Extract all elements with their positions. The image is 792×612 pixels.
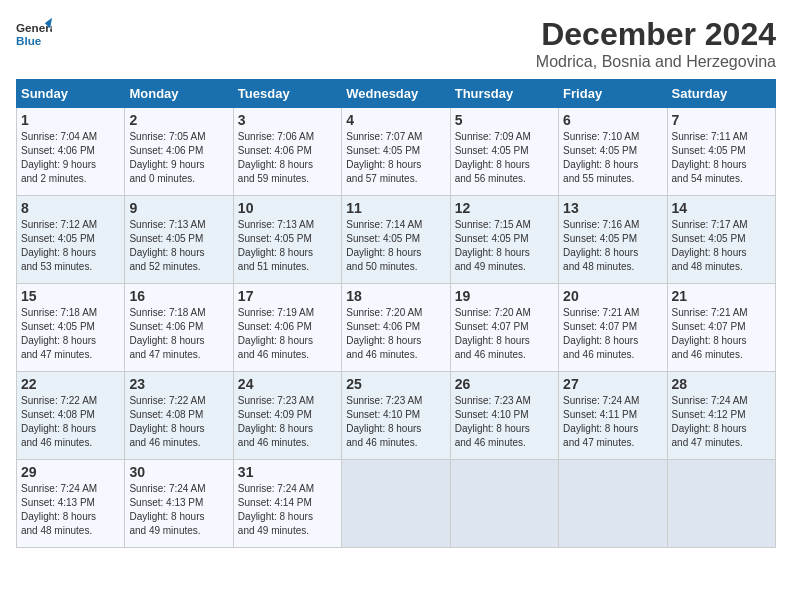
calendar-cell: 28Sunrise: 7:24 AM Sunset: 4:12 PM Dayli… bbox=[667, 372, 775, 460]
day-number: 15 bbox=[21, 288, 120, 304]
page-header: General Blue December 2024 Modrica, Bosn… bbox=[16, 16, 776, 71]
calendar-cell: 22Sunrise: 7:22 AM Sunset: 4:08 PM Dayli… bbox=[17, 372, 125, 460]
header-day-tuesday: Tuesday bbox=[233, 80, 341, 108]
calendar-cell: 11Sunrise: 7:14 AM Sunset: 4:05 PM Dayli… bbox=[342, 196, 450, 284]
day-number: 14 bbox=[672, 200, 771, 216]
day-info: Sunrise: 7:21 AM Sunset: 4:07 PM Dayligh… bbox=[563, 306, 662, 362]
day-number: 1 bbox=[21, 112, 120, 128]
day-info: Sunrise: 7:19 AM Sunset: 4:06 PM Dayligh… bbox=[238, 306, 337, 362]
day-info: Sunrise: 7:12 AM Sunset: 4:05 PM Dayligh… bbox=[21, 218, 120, 274]
day-info: Sunrise: 7:18 AM Sunset: 4:06 PM Dayligh… bbox=[129, 306, 228, 362]
day-number: 5 bbox=[455, 112, 554, 128]
svg-text:Blue: Blue bbox=[16, 34, 42, 47]
title-area: December 2024 Modrica, Bosnia and Herzeg… bbox=[536, 16, 776, 71]
day-info: Sunrise: 7:24 AM Sunset: 4:12 PM Dayligh… bbox=[672, 394, 771, 450]
calendar-cell: 7Sunrise: 7:11 AM Sunset: 4:05 PM Daylig… bbox=[667, 108, 775, 196]
day-number: 22 bbox=[21, 376, 120, 392]
calendar-week-row: 1Sunrise: 7:04 AM Sunset: 4:06 PM Daylig… bbox=[17, 108, 776, 196]
day-info: Sunrise: 7:13 AM Sunset: 4:05 PM Dayligh… bbox=[129, 218, 228, 274]
day-info: Sunrise: 7:21 AM Sunset: 4:07 PM Dayligh… bbox=[672, 306, 771, 362]
day-info: Sunrise: 7:17 AM Sunset: 4:05 PM Dayligh… bbox=[672, 218, 771, 274]
day-info: Sunrise: 7:16 AM Sunset: 4:05 PM Dayligh… bbox=[563, 218, 662, 274]
calendar-week-row: 8Sunrise: 7:12 AM Sunset: 4:05 PM Daylig… bbox=[17, 196, 776, 284]
header-day-wednesday: Wednesday bbox=[342, 80, 450, 108]
calendar-cell: 30Sunrise: 7:24 AM Sunset: 4:13 PM Dayli… bbox=[125, 460, 233, 548]
calendar-cell: 2Sunrise: 7:05 AM Sunset: 4:06 PM Daylig… bbox=[125, 108, 233, 196]
calendar-cell: 6Sunrise: 7:10 AM Sunset: 4:05 PM Daylig… bbox=[559, 108, 667, 196]
day-number: 17 bbox=[238, 288, 337, 304]
day-number: 30 bbox=[129, 464, 228, 480]
calendar-cell bbox=[559, 460, 667, 548]
day-info: Sunrise: 7:24 AM Sunset: 4:11 PM Dayligh… bbox=[563, 394, 662, 450]
calendar-week-row: 29Sunrise: 7:24 AM Sunset: 4:13 PM Dayli… bbox=[17, 460, 776, 548]
calendar-cell: 15Sunrise: 7:18 AM Sunset: 4:05 PM Dayli… bbox=[17, 284, 125, 372]
day-info: Sunrise: 7:23 AM Sunset: 4:09 PM Dayligh… bbox=[238, 394, 337, 450]
calendar-cell: 10Sunrise: 7:13 AM Sunset: 4:05 PM Dayli… bbox=[233, 196, 341, 284]
day-number: 31 bbox=[238, 464, 337, 480]
header-day-sunday: Sunday bbox=[17, 80, 125, 108]
calendar-cell: 19Sunrise: 7:20 AM Sunset: 4:07 PM Dayli… bbox=[450, 284, 558, 372]
day-number: 2 bbox=[129, 112, 228, 128]
calendar-cell: 12Sunrise: 7:15 AM Sunset: 4:05 PM Dayli… bbox=[450, 196, 558, 284]
calendar-cell bbox=[342, 460, 450, 548]
day-info: Sunrise: 7:13 AM Sunset: 4:05 PM Dayligh… bbox=[238, 218, 337, 274]
calendar-cell: 18Sunrise: 7:20 AM Sunset: 4:06 PM Dayli… bbox=[342, 284, 450, 372]
calendar-cell: 8Sunrise: 7:12 AM Sunset: 4:05 PM Daylig… bbox=[17, 196, 125, 284]
day-info: Sunrise: 7:20 AM Sunset: 4:07 PM Dayligh… bbox=[455, 306, 554, 362]
day-info: Sunrise: 7:04 AM Sunset: 4:06 PM Dayligh… bbox=[21, 130, 120, 186]
day-number: 9 bbox=[129, 200, 228, 216]
calendar-cell: 31Sunrise: 7:24 AM Sunset: 4:14 PM Dayli… bbox=[233, 460, 341, 548]
day-number: 25 bbox=[346, 376, 445, 392]
calendar-cell: 24Sunrise: 7:23 AM Sunset: 4:09 PM Dayli… bbox=[233, 372, 341, 460]
day-number: 29 bbox=[21, 464, 120, 480]
day-info: Sunrise: 7:06 AM Sunset: 4:06 PM Dayligh… bbox=[238, 130, 337, 186]
day-info: Sunrise: 7:24 AM Sunset: 4:13 PM Dayligh… bbox=[129, 482, 228, 538]
day-number: 6 bbox=[563, 112, 662, 128]
logo: General Blue bbox=[16, 16, 52, 52]
calendar-cell: 9Sunrise: 7:13 AM Sunset: 4:05 PM Daylig… bbox=[125, 196, 233, 284]
calendar-cell: 26Sunrise: 7:23 AM Sunset: 4:10 PM Dayli… bbox=[450, 372, 558, 460]
calendar-week-row: 22Sunrise: 7:22 AM Sunset: 4:08 PM Dayli… bbox=[17, 372, 776, 460]
calendar-table: SundayMondayTuesdayWednesdayThursdayFrid… bbox=[16, 79, 776, 548]
day-info: Sunrise: 7:24 AM Sunset: 4:14 PM Dayligh… bbox=[238, 482, 337, 538]
day-number: 3 bbox=[238, 112, 337, 128]
calendar-cell bbox=[667, 460, 775, 548]
day-info: Sunrise: 7:22 AM Sunset: 4:08 PM Dayligh… bbox=[21, 394, 120, 450]
calendar-cell: 29Sunrise: 7:24 AM Sunset: 4:13 PM Dayli… bbox=[17, 460, 125, 548]
day-info: Sunrise: 7:11 AM Sunset: 4:05 PM Dayligh… bbox=[672, 130, 771, 186]
month-title: December 2024 bbox=[536, 16, 776, 53]
day-number: 26 bbox=[455, 376, 554, 392]
logo-icon: General Blue bbox=[16, 16, 52, 52]
day-number: 7 bbox=[672, 112, 771, 128]
day-number: 21 bbox=[672, 288, 771, 304]
day-number: 20 bbox=[563, 288, 662, 304]
calendar-cell: 3Sunrise: 7:06 AM Sunset: 4:06 PM Daylig… bbox=[233, 108, 341, 196]
day-number: 19 bbox=[455, 288, 554, 304]
day-number: 28 bbox=[672, 376, 771, 392]
day-info: Sunrise: 7:24 AM Sunset: 4:13 PM Dayligh… bbox=[21, 482, 120, 538]
header-day-thursday: Thursday bbox=[450, 80, 558, 108]
day-number: 12 bbox=[455, 200, 554, 216]
day-info: Sunrise: 7:22 AM Sunset: 4:08 PM Dayligh… bbox=[129, 394, 228, 450]
day-info: Sunrise: 7:23 AM Sunset: 4:10 PM Dayligh… bbox=[346, 394, 445, 450]
calendar-cell: 14Sunrise: 7:17 AM Sunset: 4:05 PM Dayli… bbox=[667, 196, 775, 284]
calendar-cell: 25Sunrise: 7:23 AM Sunset: 4:10 PM Dayli… bbox=[342, 372, 450, 460]
day-number: 11 bbox=[346, 200, 445, 216]
calendar-cell: 13Sunrise: 7:16 AM Sunset: 4:05 PM Dayli… bbox=[559, 196, 667, 284]
calendar-cell: 21Sunrise: 7:21 AM Sunset: 4:07 PM Dayli… bbox=[667, 284, 775, 372]
header-day-friday: Friday bbox=[559, 80, 667, 108]
calendar-cell bbox=[450, 460, 558, 548]
calendar-header-row: SundayMondayTuesdayWednesdayThursdayFrid… bbox=[17, 80, 776, 108]
calendar-cell: 23Sunrise: 7:22 AM Sunset: 4:08 PM Dayli… bbox=[125, 372, 233, 460]
calendar-cell: 17Sunrise: 7:19 AM Sunset: 4:06 PM Dayli… bbox=[233, 284, 341, 372]
day-number: 24 bbox=[238, 376, 337, 392]
day-number: 4 bbox=[346, 112, 445, 128]
day-info: Sunrise: 7:23 AM Sunset: 4:10 PM Dayligh… bbox=[455, 394, 554, 450]
day-number: 23 bbox=[129, 376, 228, 392]
day-info: Sunrise: 7:14 AM Sunset: 4:05 PM Dayligh… bbox=[346, 218, 445, 274]
calendar-cell: 27Sunrise: 7:24 AM Sunset: 4:11 PM Dayli… bbox=[559, 372, 667, 460]
calendar-week-row: 15Sunrise: 7:18 AM Sunset: 4:05 PM Dayli… bbox=[17, 284, 776, 372]
day-info: Sunrise: 7:05 AM Sunset: 4:06 PM Dayligh… bbox=[129, 130, 228, 186]
calendar-cell: 1Sunrise: 7:04 AM Sunset: 4:06 PM Daylig… bbox=[17, 108, 125, 196]
header-day-saturday: Saturday bbox=[667, 80, 775, 108]
